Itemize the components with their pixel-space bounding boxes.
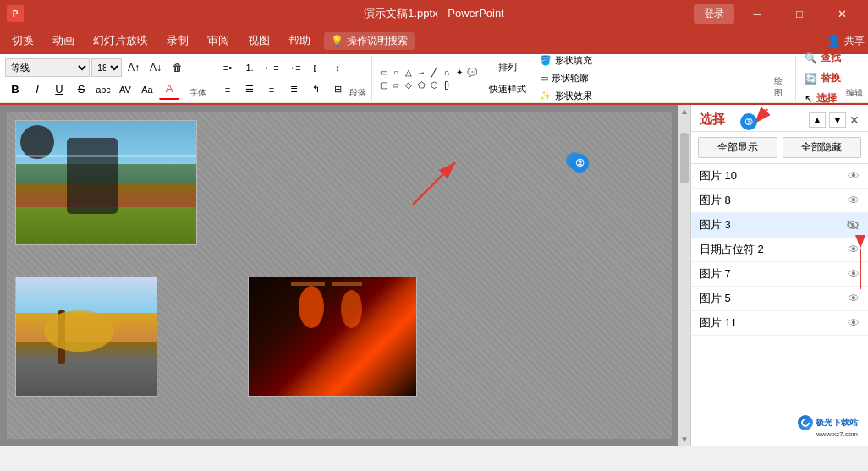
quick-style-button[interactable]: 快速样式 — [484, 79, 531, 100]
menu-help[interactable]: 帮助 — [280, 30, 319, 52]
slide-area[interactable]: ② — [0, 105, 678, 446]
justify-btn[interactable]: ≣ — [283, 79, 304, 100]
menu-record[interactable]: 录制 — [158, 30, 197, 52]
shape-outline-btn[interactable]: ▭ 形状轮廓 — [536, 70, 596, 86]
line-spacing-btn[interactable]: ↕ — [327, 58, 348, 78]
maximize-button[interactable]: □ — [780, 0, 819, 27]
shape-line[interactable]: ╱ — [428, 66, 440, 78]
visibility-icon-hidden[interactable] — [846, 219, 860, 231]
replace-button[interactable]: 🔄 替换 — [801, 69, 844, 87]
font-increase-btn[interactable]: A↑ — [124, 58, 144, 78]
find-button[interactable]: 🔍 查找 — [801, 49, 844, 67]
layer-item[interactable]: 图片 11 👁 — [691, 311, 868, 336]
menu-switch[interactable]: 切换 — [3, 30, 42, 52]
shape-pentagon[interactable]: ⬠ — [415, 79, 427, 90]
align-left-btn[interactable]: ≡ — [217, 79, 238, 100]
scroll-up-arrow[interactable]: ▲ — [680, 107, 689, 116]
text-shadow-button[interactable]: abc — [93, 79, 113, 100]
ribbon: 等线 18 A↑ A↓ 🗑 B I U S abc AV Aa — [0, 54, 868, 105]
slide-image-anime[interactable] — [15, 120, 197, 245]
layer-item[interactable]: 日期占位符 2 👁 — [691, 238, 868, 262]
shape-circle[interactable]: ○ — [390, 66, 402, 78]
layer-item-name: 日期占位符 2 — [700, 242, 848, 257]
main-area: ▲ ▼ — [0, 105, 868, 446]
number-list-btn[interactable]: 1. — [239, 58, 260, 78]
italic-button[interactable]: I — [27, 79, 47, 100]
shape-rect[interactable]: ▭ — [377, 66, 389, 78]
layer-item[interactable]: 图片 10 👁 — [691, 164, 868, 189]
layer-item[interactable]: 图片 8 👁 — [691, 189, 868, 213]
case-button[interactable]: Aa — [137, 79, 157, 100]
char-spacing-button[interactable]: AV — [115, 79, 135, 100]
smartart-btn[interactable]: ⊞ — [327, 79, 348, 100]
slide-image-tree[interactable] — [15, 277, 157, 397]
shape-brace[interactable]: {} — [441, 79, 453, 90]
close-button[interactable]: ✕ — [822, 0, 861, 27]
search-bar[interactable]: 💡 操作说明搜索 — [324, 32, 415, 50]
shape-effect-btn[interactable]: ✨ 形状效果 — [536, 88, 596, 104]
font-decrease-btn[interactable]: A↓ — [146, 58, 166, 78]
shapes-area: ▭ ○ △ → ╱ ∩ ✦ 💬 ▢ ▱ ◇ ⬠ ⬡ {} — [377, 66, 479, 90]
underline-button[interactable]: U — [49, 79, 69, 100]
font-group-label: 字体 — [190, 87, 206, 101]
strikethrough-button[interactable]: S — [71, 79, 91, 100]
replace-label: 替换 — [821, 71, 841, 85]
clear-format-btn[interactable]: 🗑 — [168, 58, 188, 78]
shape-triangle[interactable]: △ — [403, 66, 415, 78]
share-button[interactable]: 共享 — [844, 34, 865, 48]
ribbon-paragraph-group: ≡• 1. ←≡ →≡ ⫿ ↕ ≡ ☰ ≡ ≣ ↰ ⊞ 段落 — [212, 56, 372, 101]
visibility-icon[interactable]: 👁 — [848, 292, 860, 305]
shape-effect-label: 形状效果 — [555, 90, 592, 102]
shape-curve[interactable]: ∩ — [441, 66, 453, 78]
shape-effect-icon: ✨ — [540, 90, 552, 101]
font-color-button[interactable]: A — [159, 79, 179, 100]
font-size-select[interactable]: 18 — [91, 58, 122, 77]
shape-rounded-rect[interactable]: ▢ — [377, 79, 389, 90]
panel-close-button[interactable]: ✕ — [849, 113, 860, 127]
align-right-btn[interactable]: ≡ — [261, 79, 282, 100]
decrease-indent-btn[interactable]: ←≡ — [261, 58, 282, 78]
layer-item[interactable]: 图片 7 👁 — [691, 262, 868, 287]
scroll-down-arrow[interactable]: ▼ — [680, 435, 689, 444]
menu-slideshow[interactable]: 幻灯片放映 — [85, 30, 157, 52]
panel-down-arrow[interactable]: ▼ — [829, 112, 846, 128]
layer-item-name: 图片 10 — [700, 168, 848, 183]
font-name-select[interactable]: 等线 — [5, 58, 90, 77]
bullet-list-btn[interactable]: ≡• — [217, 58, 238, 78]
shape-arrow[interactable]: → — [415, 66, 427, 78]
visibility-icon[interactable]: 👁 — [848, 194, 860, 207]
watermark: 极光下载站 www.xz7.com — [793, 413, 863, 441]
panel-up-arrow[interactable]: ▲ — [809, 112, 826, 128]
shape-parallelogram[interactable]: ▱ — [390, 79, 402, 90]
shape-hexagon[interactable]: ⬡ — [428, 79, 440, 90]
visibility-icon[interactable]: 👁 — [848, 243, 860, 256]
shape-callout[interactable]: 💬 — [466, 66, 478, 78]
text-direction-btn[interactable]: ↰ — [305, 79, 326, 100]
scrollbar-thumb[interactable] — [680, 133, 689, 183]
hide-all-button[interactable]: 全部隐藏 — [783, 137, 862, 158]
shape-star[interactable]: ✦ — [453, 66, 465, 78]
login-button[interactable]: 登录 — [694, 4, 734, 24]
shape-diamond[interactable]: ◇ — [403, 79, 415, 90]
layer-item[interactable]: 图片 5 👁 ① — [691, 287, 868, 311]
visibility-icon[interactable]: 👁 — [848, 267, 860, 281]
menu-review[interactable]: 审阅 — [199, 30, 238, 52]
increase-indent-btn[interactable]: →≡ — [283, 58, 304, 78]
bold-button[interactable]: B — [5, 79, 25, 100]
slide-canvas: ② — [7, 112, 672, 439]
menu-view[interactable]: 视图 — [239, 30, 278, 52]
slide-image-lantern[interactable] — [248, 277, 417, 397]
shape-fill-btn[interactable]: 🪣 形状填充 — [536, 52, 596, 68]
align-center-btn[interactable]: ☰ — [239, 79, 260, 100]
watermark-logo — [798, 415, 813, 430]
arrange-button[interactable]: 排列 — [484, 58, 531, 78]
annotation-2: ② — [570, 154, 589, 173]
show-all-button[interactable]: 全部显示 — [698, 137, 777, 158]
visibility-icon[interactable]: 👁 — [848, 169, 860, 183]
layer-item-selected[interactable]: 图片 3 — [691, 213, 868, 238]
menu-animation[interactable]: 动画 — [44, 30, 83, 52]
columns-btn[interactable]: ⫿ — [305, 58, 326, 78]
visibility-icon[interactable]: 👁 — [848, 316, 860, 330]
shape-outline-icon: ▭ — [540, 73, 548, 84]
minimize-button[interactable]: ─ — [738, 0, 777, 27]
